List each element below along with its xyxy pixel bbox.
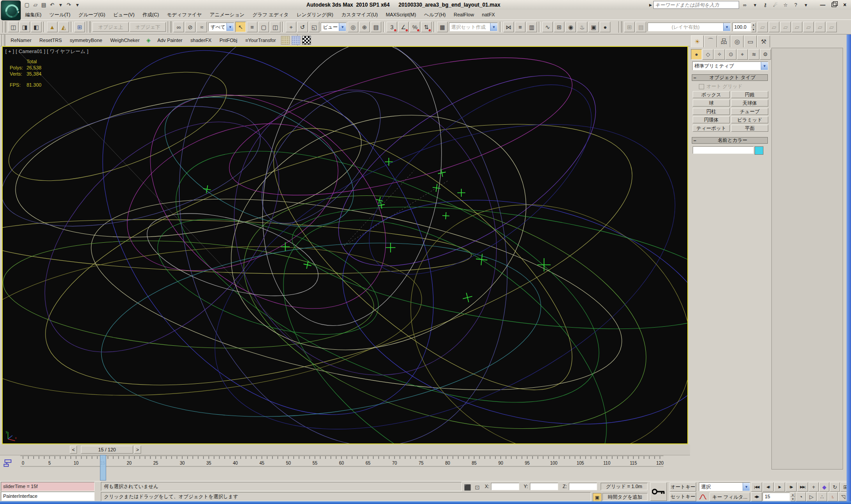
menu-item-7[interactable]: グラフ エディタ (249, 10, 293, 19)
layer-list-icon[interactable]: ▤ (636, 22, 646, 32)
spinner-down-icon[interactable]: ▼ (790, 497, 795, 501)
layer-manager-icon[interactable]: ▥ (526, 22, 537, 32)
previous-frame-icon[interactable]: ◀‖ (763, 482, 774, 492)
layer-op-5-icon[interactable]: ▱ (803, 22, 814, 32)
rendered-frame-icon[interactable]: ▣ (588, 22, 599, 32)
layer-op-2-icon[interactable]: ▱ (769, 22, 779, 32)
collapse-icon[interactable]: − (692, 138, 698, 143)
default-tangent-icon[interactable] (698, 493, 708, 501)
selection-lock-icon[interactable]: ⬛ (464, 483, 472, 491)
key-mode-toggle-icon[interactable]: ◀▶ (751, 492, 762, 501)
menu-item-13[interactable]: natFX (478, 10, 499, 19)
create-layer-icon[interactable]: ⊞ (624, 22, 635, 32)
chevron-down-icon[interactable]: ▼ (339, 23, 346, 31)
display-tab[interactable]: ▭ (744, 35, 757, 47)
select-and-manipulate-icon[interactable]: ⊕ (359, 22, 370, 32)
maxscript-listener-line1[interactable]: sliderTime = 15f (1, 482, 95, 491)
custom-script-button-4[interactable]: Adv Painter (153, 36, 187, 45)
current-frame-field[interactable]: 15 (763, 493, 790, 501)
menu-item-6[interactable]: アニメーション (206, 10, 249, 19)
select-by-name-icon[interactable]: ≡ (247, 22, 257, 32)
y-coordinate-field[interactable] (530, 483, 558, 490)
time-slider-marker[interactable] (100, 455, 106, 481)
paint-tan-icon[interactable] (281, 36, 290, 45)
toolbar-handle[interactable] (1, 34, 5, 46)
undo-icon[interactable]: ↶ (48, 1, 56, 9)
go-to-start-icon[interactable]: |◀◀ (751, 482, 762, 492)
search-input[interactable] (653, 1, 739, 9)
transform-value-spinner-value[interactable]: 100.0 (732, 23, 751, 31)
search-icon[interactable]: ∞ (740, 1, 749, 9)
menu-item-2[interactable]: グループ(G) (74, 10, 109, 19)
open-mini-curve-editor-icon[interactable] (4, 458, 13, 467)
geometry-icon[interactable]: ● (691, 49, 702, 60)
camera-viewport[interactable]: [ + ] [ Camera01 ] [ ワイヤフレーム ] Total Pol… (2, 46, 688, 444)
spinner-up-icon[interactable]: ▲ (751, 23, 756, 27)
unlink-selection-icon[interactable]: ⊘ (185, 22, 196, 32)
object-type-rollout[interactable]: − オブジェクト タイプ (692, 74, 768, 81)
chevron-down-icon[interactable]: ▼ (723, 23, 730, 31)
select-object-icon[interactable]: ↖ (235, 22, 246, 32)
reference-coordinate-dropdown[interactable]: ビュー▼ (321, 23, 346, 31)
motion-tab[interactable]: ◎ (731, 35, 744, 47)
menu-item-8[interactable]: レンダリング(R) (293, 10, 337, 19)
use-pivot-point-icon[interactable]: ◎ (348, 22, 358, 32)
drop-icon[interactable]: ▾ (751, 1, 759, 9)
material-editor-icon[interactable]: ◉ (565, 22, 576, 32)
orbit-icon[interactable]: ↻ (830, 482, 840, 492)
time-slider-track[interactable]: < 15 / 120 > (0, 444, 690, 455)
menu-item-0[interactable]: 編集(E) (21, 10, 46, 19)
object-type-8[interactable]: ティーポット (693, 125, 730, 132)
minimize-button[interactable]: — (818, 1, 828, 8)
help-icon[interactable]: ? (791, 1, 800, 9)
x-coordinate-field[interactable] (491, 483, 519, 490)
select-and-rotate-icon[interactable]: ↺ (297, 22, 308, 32)
checker-icon[interactable] (302, 36, 311, 45)
object-type-1[interactable]: 円錐 (731, 91, 768, 98)
render-production-icon[interactable]: ● (600, 22, 610, 32)
drop-icon[interactable]: ▾ (57, 1, 65, 9)
autogrid-checkbox[interactable] (699, 84, 704, 89)
orbit-camera-icon[interactable]: ♄ (828, 492, 838, 501)
absolute-offset-mode-icon[interactable]: ⊡ (473, 483, 481, 491)
time-configuration-icon[interactable]: ◔ (796, 492, 806, 501)
infocenter-expand-icon[interactable]: ▶ (649, 3, 652, 7)
object-type-9[interactable]: 平面 (731, 125, 768, 132)
transform-value-spinner[interactable]: 100.0▲▼ (732, 23, 756, 31)
hierarchy-tab[interactable]: 品 (717, 35, 730, 47)
systems-icon[interactable]: ⚙ (760, 49, 771, 60)
isolate-cube-icon[interactable]: ▣ (593, 493, 602, 502)
menu-item-1[interactable]: ツール(T) (46, 10, 75, 19)
layer-op-4-icon[interactable]: ▱ (792, 22, 802, 32)
application-menu-button[interactable]: ▼ (1, 0, 21, 20)
skin-utility-3-icon[interactable]: ◧ (31, 22, 42, 32)
create-tab[interactable]: ☀ (691, 35, 704, 47)
lights-icon[interactable]: ✧ (714, 49, 725, 60)
menu-item-12[interactable]: RealFlow (450, 10, 478, 19)
add-time-tag[interactable]: 時間タグを追加 (602, 493, 648, 501)
named-sets-dropdown[interactable]: 選択セット作成▼ (449, 23, 498, 31)
selection-filter-dropdown[interactable]: すべて▼ (208, 23, 234, 31)
save-icon[interactable]: ▤ (40, 1, 48, 9)
next-frame-slider-button[interactable]: > (134, 446, 141, 454)
go-to-end-icon[interactable]: ▶▶| (797, 482, 808, 492)
select-and-move-icon[interactable]: + (286, 22, 296, 32)
custom-script-button-5[interactable]: shaderFX (187, 36, 216, 45)
skin-utility-2-icon[interactable]: ◨ (19, 22, 30, 32)
previous-frame-slider-button[interactable]: < (70, 446, 77, 454)
object-type-5[interactable]: チューブ (731, 108, 768, 115)
keyboard-override-icon[interactable]: ▤ (371, 22, 381, 32)
layer-op-3-icon[interactable]: ▱ (780, 22, 791, 32)
bind-to-spacewarp-icon[interactable]: ≈ (196, 22, 207, 32)
key-icon[interactable]: ⚷ (761, 1, 770, 9)
helpers-icon[interactable]: ⌖ (737, 49, 748, 60)
viewport-label[interactable]: [ + ] [ Camera01 ] [ ワイヤフレーム ] (5, 48, 88, 55)
auto-key-button[interactable]: オートキー (670, 482, 696, 492)
angle-snap-icon[interactable]: ∠ (398, 22, 409, 32)
menu-item-9[interactable]: カスタマイズ(U) (337, 10, 382, 19)
biped-tool-1-icon[interactable]: ▲ (47, 22, 58, 32)
redo-icon[interactable]: ↷ (65, 1, 73, 9)
align-icon[interactable]: ≡ (515, 22, 525, 32)
open-icon[interactable]: ▱ (31, 1, 39, 9)
object-type-3[interactable]: 天球体 (731, 99, 768, 107)
